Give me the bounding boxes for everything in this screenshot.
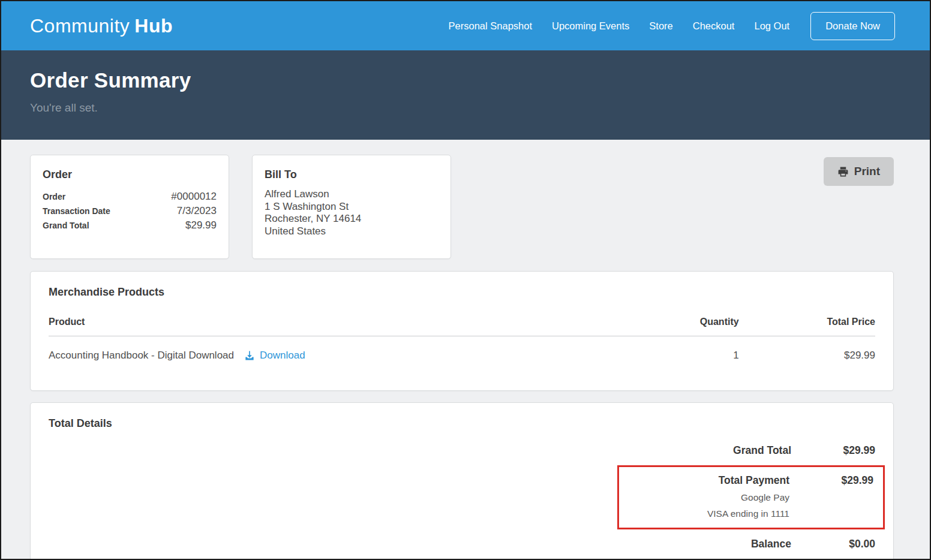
transaction-date-row: Transaction Date 7/3/2023 [43, 204, 217, 218]
nav-links: Personal Snapshot Upcoming Events Store … [449, 12, 895, 40]
column-header-total-price: Total Price [739, 312, 875, 336]
column-header-product: Product [49, 312, 602, 336]
balance-row: Balance $0.00 [617, 538, 875, 550]
brand-logo-light: Community [30, 15, 130, 37]
quantity-cell: 1 [602, 336, 738, 362]
top-navbar: CommunityHub Personal Snapshot Upcoming … [1, 1, 930, 50]
page-header: Order Summary You're all set. [1, 50, 930, 140]
balance-value: $0.00 [791, 538, 875, 550]
bill-to-title: Bill To [265, 168, 439, 181]
product-name: Accounting Handbook - Digital Download [49, 350, 234, 362]
bill-to-country: United States [265, 225, 439, 238]
page-subtitle: You're all set. [30, 101, 901, 115]
order-number-row: Order #0000012 [43, 189, 217, 204]
bill-to-city: Rochester, NY 14614 [265, 213, 439, 225]
nav-link-log-out[interactable]: Log Out [754, 20, 789, 32]
total-price-cell: $29.99 [739, 336, 875, 362]
bill-to-card: Bill To Alfred Lawson 1 S Washington St … [252, 155, 451, 259]
order-card-title: Order [43, 168, 217, 181]
merchandise-header-row: Product Quantity Total Price [49, 312, 875, 336]
total-details-title: Total Details [49, 417, 875, 430]
nav-link-checkout[interactable]: Checkout [693, 20, 735, 32]
totals-grand-total-label: Grand Total [629, 444, 791, 457]
page-title: Order Summary [30, 68, 901, 92]
grand-total-row: Grand Total $29.99 [43, 218, 217, 233]
printer-icon [837, 166, 849, 177]
nav-link-personal-snapshot[interactable]: Personal Snapshot [449, 20, 532, 32]
download-link[interactable]: Download [244, 350, 305, 362]
total-payment-row: Total Payment $29.99 [625, 474, 873, 487]
payment-card-info: VISA ending in 1111 [625, 508, 873, 519]
summary-row: Order Order #0000012 Transaction Date 7/… [30, 155, 894, 259]
total-payment-value: $29.99 [789, 474, 873, 487]
total-details-card: Total Details Grand Total $29.99 Total P… [30, 402, 894, 560]
balance-label: Balance [629, 538, 791, 550]
print-button[interactable]: Print [824, 157, 894, 186]
table-row: Accounting Handbook - Digital Download D… [49, 336, 875, 362]
main-content: Order Order #0000012 Transaction Date 7/… [1, 140, 930, 560]
column-header-quantity: Quantity [602, 312, 738, 336]
transaction-date-label: Transaction Date [43, 204, 110, 218]
nav-link-upcoming-events[interactable]: Upcoming Events [552, 20, 629, 32]
grand-total-label: Grand Total [43, 219, 89, 233]
order-card: Order Order #0000012 Transaction Date 7/… [30, 155, 229, 259]
brand-logo-bold: Hub [134, 15, 173, 37]
nav-link-store[interactable]: Store [649, 20, 672, 32]
totals-grand-total-value: $29.99 [791, 444, 875, 457]
totals-grand-total-row: Grand Total $29.99 [617, 444, 875, 457]
download-icon [244, 350, 256, 362]
payment-method: Google Pay [625, 492, 873, 503]
totals-block: Grand Total $29.99 Total Payment $29.99 … [617, 444, 875, 550]
payment-highlight-box: Total Payment $29.99 Google Pay VISA end… [617, 465, 885, 529]
brand-logo[interactable]: CommunityHub [30, 15, 173, 37]
bill-to-street: 1 S Washington St [265, 201, 439, 213]
bill-to-address: Alfred Lawson 1 S Washington St Rocheste… [265, 188, 439, 237]
merchandise-table: Product Quantity Total Price Accounting … [49, 312, 875, 362]
order-number-value: #0000012 [171, 189, 217, 203]
print-button-label: Print [854, 165, 880, 178]
order-rows: Order #0000012 Transaction Date 7/3/2023… [43, 189, 217, 233]
order-number-label: Order [43, 190, 65, 204]
donate-now-button[interactable]: Donate Now [810, 12, 895, 40]
merchandise-products-card: Merchandise Products Product Quantity To… [30, 271, 894, 391]
product-cell: Accounting Handbook - Digital Download D… [49, 336, 602, 362]
total-payment-label: Total Payment [627, 474, 789, 487]
transaction-date-value: 7/3/2023 [177, 204, 217, 218]
download-link-label: Download [260, 350, 305, 362]
grand-total-value: $29.99 [185, 218, 217, 232]
bill-to-name: Alfred Lawson [265, 188, 439, 201]
merchandise-products-title: Merchandise Products [49, 286, 875, 299]
